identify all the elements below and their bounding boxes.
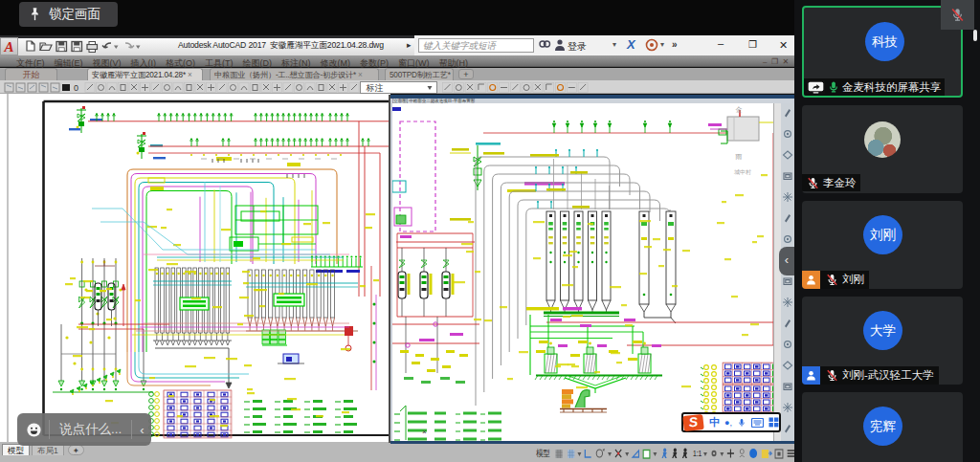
svg-text:0: 0 [74, 83, 78, 93]
svg-text:城中村: 城中村 [734, 169, 751, 176]
svg-text:雨: 雨 [736, 153, 743, 160]
svg-text:×: × [422, 428, 427, 436]
svg-text:标注: 标注 [366, 83, 384, 93]
svg-text:金: 金 [736, 106, 743, 113]
svg-text:模型: 模型 [536, 449, 550, 459]
svg-text:1:1: 1:1 [693, 450, 702, 459]
